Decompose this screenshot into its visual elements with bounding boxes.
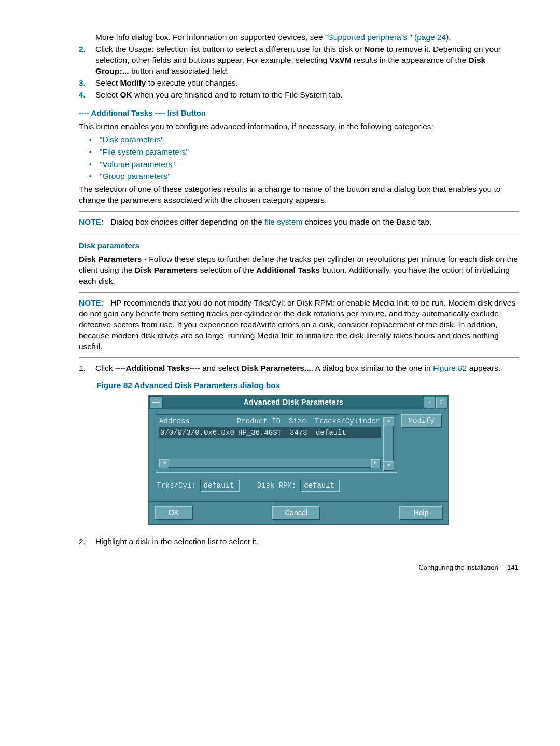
trks-cyl-field[interactable]: default	[200, 480, 240, 492]
disk-parameters-paragraph: Disk Parameters - Follow these steps to …	[79, 254, 519, 287]
list-item: •"File system parameters"	[89, 147, 519, 158]
system-menu-button[interactable]	[149, 396, 163, 409]
scroll-down-icon[interactable]: ▼	[384, 461, 394, 471]
bullet-icon: •	[89, 147, 100, 157]
bullet-list: •"Disk parameters" •"File system paramet…	[89, 134, 519, 183]
scroll-left-icon[interactable]: ◀	[160, 459, 169, 468]
step-number: 2.	[79, 536, 95, 547]
intro-text-a: More Info dialog box. For information on…	[95, 33, 325, 42]
cancel-button[interactable]: Cancel	[272, 506, 320, 520]
horizontal-scrollbar[interactable]: ◀ ▶	[159, 459, 381, 468]
step-number: 1.	[79, 363, 95, 374]
bullet-icon: •	[89, 160, 100, 170]
field-row: Trks/Cyl: default Disk RPM: default	[157, 480, 441, 492]
list-item: •"Disk parameters"	[89, 134, 519, 145]
help-button[interactable]: Help	[399, 506, 443, 520]
step-text: Highlight a disk in the selection list t…	[95, 536, 519, 547]
volume-parameters-link[interactable]: "Volume parameters"	[100, 159, 175, 170]
note-label: NOTE:	[79, 217, 104, 226]
bullet-icon: •	[89, 172, 100, 182]
dialog-titlebar: Advanced Disk Parameters • □	[149, 396, 448, 409]
dialog-body: AddressProduct IDSizeTracks/Cylinder 0/0…	[149, 409, 448, 502]
additional-tasks-heading: ---- Additional Tasks ---- list Button	[79, 108, 519, 118]
group-parameters-link[interactable]: "Group parameters"	[100, 171, 171, 182]
step-b2: 2. Highlight a disk in the selection lis…	[79, 536, 519, 547]
categories-paragraph: The selection of one of these categories…	[79, 184, 519, 206]
file-system-link[interactable]: file system	[264, 217, 302, 226]
divider	[79, 233, 519, 233]
figure-82-link[interactable]: Figure 82	[433, 364, 467, 372]
disk-row[interactable]: 0/0/0/3/0.0x6.0x0HP_36.4GST3473default	[159, 427, 381, 438]
supported-peripherals-link[interactable]: "Supported peripherals " (page 24)	[325, 33, 449, 42]
step-number: 4.	[79, 90, 95, 101]
disk-rpm-label: Disk RPM:	[257, 481, 297, 491]
divider	[79, 211, 519, 212]
scroll-up-icon[interactable]: ▲	[384, 417, 394, 426]
scroll-right-icon[interactable]: ▶	[371, 459, 381, 468]
dash-icon	[152, 402, 160, 403]
ok-button[interactable]: OK	[155, 506, 193, 520]
figure-caption: Figure 82 Advanced Disk Parameters dialo…	[96, 380, 519, 391]
note-2: NOTE: HP recommends that you do not modi…	[79, 298, 519, 352]
step-3: 3. Select Modify to execute your changes…	[79, 78, 519, 89]
file-system-parameters-link[interactable]: "File system parameters"	[100, 147, 189, 158]
disk-parameters-link[interactable]: "Disk parameters"	[100, 134, 164, 145]
footer-section: Configuring the installation	[418, 563, 498, 571]
trks-cyl-label: Trks/Cyl:	[157, 481, 196, 491]
modify-button[interactable]: Modify	[401, 414, 442, 428]
advanced-disk-parameters-dialog: Advanced Disk Parameters • □ AddressProd…	[148, 395, 449, 526]
note-label: NOTE:	[79, 298, 104, 307]
additional-tasks-intro: This button enables you to configure adv…	[79, 121, 519, 132]
page-footer: Configuring the installation 141	[41, 563, 519, 572]
vertical-scrollbar[interactable]: ▲ ▼	[383, 417, 394, 472]
note-1: NOTE: Dialog box choices differ dependin…	[79, 217, 519, 228]
dialog-footer: OK Cancel Help	[149, 501, 448, 524]
list-item: •"Group parameters"	[89, 171, 519, 182]
step-b1: 1. Click ----Additional Tasks---- and se…	[79, 363, 519, 374]
step-2: 2. Click the Usage: selection list butto…	[79, 44, 519, 77]
list-headers: AddressProduct IDSizeTracks/Cylinder	[159, 417, 381, 426]
page-content: More Info dialog box. For information on…	[79, 32, 519, 547]
list-item: •"Volume parameters"	[89, 159, 519, 170]
intro-text-b: .	[449, 33, 451, 42]
divider	[79, 357, 519, 358]
page-number: 141	[507, 563, 519, 571]
disk-parameters-heading: Disk parameters	[79, 241, 519, 251]
step-number: 2.	[79, 44, 95, 77]
maximize-button[interactable]: □	[436, 397, 447, 408]
intro-continuation: More Info dialog box. For information on…	[79, 32, 519, 43]
bullet-icon: •	[89, 135, 100, 145]
dialog-title: Advanced Disk Parameters	[164, 397, 423, 407]
step-number: 3.	[79, 78, 95, 89]
minimize-button[interactable]: •	[424, 397, 435, 408]
divider	[79, 292, 519, 293]
step-4: 4. Select OK when you are finished and t…	[79, 90, 519, 101]
disk-rpm-field[interactable]: default	[300, 480, 340, 492]
disk-list: AddressProduct IDSizeTracks/Cylinder 0/0…	[156, 414, 397, 473]
